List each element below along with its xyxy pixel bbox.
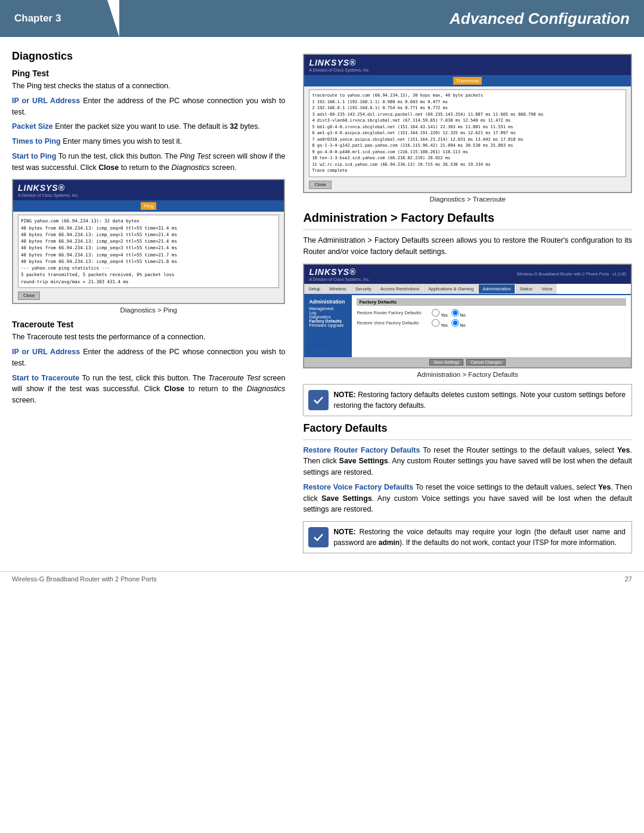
sidebar-sub-log[interactable]: Log	[309, 311, 347, 315]
packet-size-label: Packet Size	[12, 122, 53, 131]
sidebar-sub-mgmt[interactable]: Management	[309, 306, 347, 311]
restore-voice-label: Restore Voice Factory Defaults:	[357, 320, 428, 326]
traceroute-nav-bar: Traceroute	[304, 75, 631, 86]
tr-line-7: 7 ae0r0310.yonce.asipca.sbcglobal.net (1…	[312, 137, 623, 143]
traceroute-sub: A Division of Cisco Systems, Inc.	[309, 68, 370, 72]
svg-text:cisco.: cisco.	[309, 342, 326, 349]
tr-line-12: Trace complete	[312, 168, 623, 174]
factory-header: LINKSYS® A Division of Cisco Systems, In…	[304, 265, 631, 284]
traceroute-output: traceroute to yahoo.com (66.94.234.13), …	[309, 89, 626, 177]
tr-line-11: 11 w2.rc.vip.scd.yahoo.com (66.94.234.13…	[312, 162, 623, 168]
restore-router-text-label: Restore Router Factory Defaults	[303, 446, 420, 454]
admin-factory-title: Administration > Factory Defaults	[303, 211, 632, 225]
sidebar-sub-tabs: Management Log Diagnostics Factory Defau…	[309, 306, 347, 327]
linksys-logo: LINKSYS®	[18, 183, 79, 193]
ping-screenshot-box: LINKSYS® A Division of Cisco Systems, In…	[12, 179, 285, 304]
page-footer: Wireless-G Broadband Router with 2 Phone…	[0, 571, 644, 586]
chapter-text: Chapter 3	[14, 13, 61, 24]
restore-router-no[interactable]	[451, 309, 459, 317]
tab-security[interactable]: Security	[351, 284, 376, 294]
tab-status[interactable]: Status	[516, 284, 537, 294]
factory-defaults-title: Factory Defaults	[303, 422, 632, 435]
factory-sim: LINKSYS® A Division of Cisco Systems, In…	[304, 264, 631, 368]
traceroute-ip-para: IP or URL Address Enter the address of t…	[12, 346, 285, 369]
ping-line-2: 40 bytes from 66.94.234.13: icmp_seq=1 t…	[21, 231, 276, 238]
tr-line-2: 2 192.168.0.1 (192.168.0.1) 0.754 ms 0.7…	[312, 105, 623, 112]
traceroute-close-btn[interactable]: Close	[309, 181, 331, 190]
start-traceroute-label: Start to Traceroute	[12, 374, 79, 382]
restore-router-no-label: No	[451, 309, 466, 317]
ping-tab: Ping	[141, 202, 156, 210]
tab-applications[interactable]: Applications & Gaming	[424, 284, 478, 294]
ping-test-desc: The Ping test checks the status of a con…	[12, 80, 285, 92]
factory-defaults-label: Factory Defaults	[357, 298, 626, 306]
tr-line-3: 3 adsl-69-235-143-254.dsl.irvnca.pacbell…	[312, 112, 623, 118]
tab-wireless[interactable]: Wireless	[325, 284, 351, 294]
note-icon-1	[308, 390, 329, 410]
ping-line-8: 5 packets transmitted, 5 packets receive…	[21, 271, 276, 278]
ping-line-4: 40 bytes from 66.94.234.13: icmp_seq=3 t…	[21, 244, 276, 251]
restore-voice-text-label: Restore Voice Factory Defaults	[303, 483, 413, 491]
ping-line-0: PING yahoo.com (66.94.234.13): 32 data b…	[21, 218, 276, 224]
save-settings-btn[interactable]: Save Settings	[429, 359, 463, 366]
ping-line-7: --- yahoo.com ping statistics ---	[21, 265, 276, 271]
note2-label: NOTE:	[333, 528, 355, 536]
restore-voice-no[interactable]	[451, 319, 459, 327]
traceroute-content: traceroute to yahoo.com (66.94.234.13), …	[304, 86, 631, 192]
ping-close-btn[interactable]: Close	[18, 292, 40, 301]
traceroute-tab: Traceroute	[453, 77, 482, 85]
tab-setup[interactable]: Setup	[304, 284, 324, 294]
factory-product-name: Wireless-G Broadband Router with 2 Phone…	[517, 272, 626, 276]
sidebar-admin-label: Administration	[309, 299, 347, 305]
restore-voice-para: Restore Voice Factory Defaults To reset …	[303, 482, 632, 515]
admin-factory-desc: The Administration > Factory Defaults sc…	[303, 235, 632, 258]
tr-line-0: traceroute to yahoo.com (66.94.234.13), …	[312, 92, 623, 99]
factory-sub: A Division of Cisco Systems, Inc.	[309, 277, 370, 281]
packet-size-desc: Enter the packet size you want to use. T…	[55, 122, 260, 131]
left-column: Diagnostics Ping Test The Ping test chec…	[12, 48, 297, 559]
tab-voice[interactable]: Voice	[537, 284, 556, 294]
restore-router-yes[interactable]	[432, 309, 439, 317]
tr-line-10: 10 ten-1-3-bse2.scd.yahoo.com (66.218.82…	[312, 155, 623, 162]
tab-access[interactable]: Access Restrictions	[376, 284, 423, 294]
sidebar-sub-firmware[interactable]: Firmware Upgrade	[309, 323, 347, 327]
factory-screenshot-box: LINKSYS® A Division of Cisco Systems, In…	[303, 264, 632, 368]
cisco-logo-area: cisco.	[309, 339, 347, 354]
factory-sidebar: Administration Management Log Diagnostic…	[304, 295, 352, 357]
sidebar-sub-factory[interactable]: Factory Defaults	[309, 319, 347, 323]
diagnostics-title: Diagnostics	[12, 50, 285, 63]
tr-line-8: 8 go-1-3-4-g142.pat1.pao.yahoo.com (216.…	[312, 143, 623, 149]
ping-output: PING yahoo.com (66.94.234.13): 32 data b…	[18, 215, 279, 288]
traceroute-ip-label: IP or URL Address	[12, 348, 80, 356]
note1-text: Restoring factory defaults deletes custo…	[333, 391, 626, 410]
footer-left: Wireless-G Broadband Router with 2 Phone…	[12, 575, 157, 583]
note-box-2: NOTE: Restoring the voice defaults may r…	[303, 521, 632, 553]
note-box-1: NOTE: Restoring factory defaults deletes…	[303, 384, 632, 416]
tr-line-6: 6 ae1-g1-4-0.asipca.sbcglobal.net (151.1…	[312, 130, 623, 137]
sidebar-sub-diagnostics[interactable]: Diagnostics	[309, 315, 347, 319]
tab-administration[interactable]: Administration	[478, 284, 515, 294]
checkmark-icon	[312, 394, 324, 406]
factory-bottom-bar: Save Settings Cancel Changes	[304, 357, 631, 367]
note1-label: NOTE:	[333, 391, 355, 399]
ping-line-1: 40 bytes from 66.94.234.13: icmp_seq=0 t…	[21, 225, 276, 231]
factory-logo: LINKSYS®	[309, 267, 370, 277]
traceroute-caption: Diagnostics > Traceroute	[303, 196, 632, 203]
ping-line-9: round-trip min/avg/max = 21.303 431.4 ms	[21, 278, 276, 285]
ping-nav-bar: Ping	[13, 200, 284, 212]
admin-divider	[303, 230, 632, 230]
factory-caption: Administration > Factory Defaults	[303, 371, 632, 378]
ping-test-title: Ping Test	[12, 69, 285, 78]
restore-voice-no-label: No	[451, 319, 466, 327]
main-content: Diagnostics Ping Test The Ping test chec…	[0, 37, 644, 565]
restore-voice-yes[interactable]	[432, 319, 439, 327]
page-title: Advanced Configuration	[119, 0, 644, 37]
page-header: Chapter 3 Advanced Configuration	[0, 0, 644, 37]
traceroute-title: Traceroute Test	[12, 320, 285, 329]
start-to-ping-para: Start to Ping To run the test, click thi…	[12, 151, 285, 174]
cancel-changes-btn[interactable]: Cancel Changes	[466, 359, 506, 366]
restore-voice-yes-label: Yes	[432, 319, 447, 327]
ip-url-para: IP or URL Address Enter the address of t…	[12, 95, 285, 118]
restore-router-para: Restore Router Factory Defaults To reset…	[303, 445, 632, 478]
right-column: LINKSYS® A Division of Cisco Systems, In…	[297, 48, 632, 559]
